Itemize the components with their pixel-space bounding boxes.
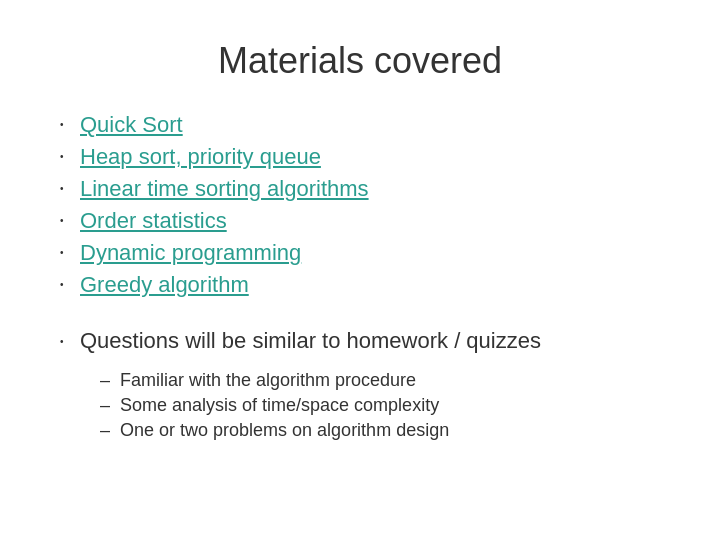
list-item: • Linear time sorting algorithms xyxy=(60,176,660,202)
list-item: • Greedy algorithm xyxy=(60,272,660,298)
main-content: • Quick Sort • Heap sort, priority queue… xyxy=(60,112,660,445)
question-section: • Questions will be similar to homework … xyxy=(60,328,660,445)
topic-link-linear[interactable]: Linear time sorting algorithms xyxy=(80,176,369,202)
dash-icon: – xyxy=(100,420,120,441)
sub-list-item: – One or two problems on algorithm desig… xyxy=(100,420,660,441)
sub-list-item: – Familiar with the algorithm procedure xyxy=(100,370,660,391)
list-item: • Dynamic programming xyxy=(60,240,660,266)
question-text: Questions will be similar to homework / … xyxy=(80,328,541,354)
bullet-icon: • xyxy=(60,183,80,194)
sub-item-2: Some analysis of time/space complexity xyxy=(120,395,439,416)
topic-link-dynamic[interactable]: Dynamic programming xyxy=(80,240,301,266)
question-item: • Questions will be similar to homework … xyxy=(60,328,660,354)
page-title: Materials covered xyxy=(218,40,502,82)
sub-item-3: One or two problems on algorithm design xyxy=(120,420,449,441)
topic-list: • Quick Sort • Heap sort, priority queue… xyxy=(60,112,660,304)
topic-link-order[interactable]: Order statistics xyxy=(80,208,227,234)
bullet-icon: • xyxy=(60,279,80,290)
bullet-icon: • xyxy=(60,215,80,226)
bullet-icon: • xyxy=(60,119,80,130)
topic-link-heapsort[interactable]: Heap sort, priority queue xyxy=(80,144,321,170)
dash-icon: – xyxy=(100,395,120,416)
topic-link-quicksort[interactable]: Quick Sort xyxy=(80,112,183,138)
list-item: • Quick Sort xyxy=(60,112,660,138)
bullet-icon: • xyxy=(60,151,80,162)
sub-item-1: Familiar with the algorithm procedure xyxy=(120,370,416,391)
question-bullet-icon: • xyxy=(60,336,80,347)
sub-list-item: – Some analysis of time/space complexity xyxy=(100,395,660,416)
topic-link-greedy[interactable]: Greedy algorithm xyxy=(80,272,249,298)
list-item: • Order statistics xyxy=(60,208,660,234)
bullet-icon: • xyxy=(60,247,80,258)
list-item: • Heap sort, priority queue xyxy=(60,144,660,170)
sub-list: – Familiar with the algorithm procedure … xyxy=(100,370,660,445)
dash-icon: – xyxy=(100,370,120,391)
